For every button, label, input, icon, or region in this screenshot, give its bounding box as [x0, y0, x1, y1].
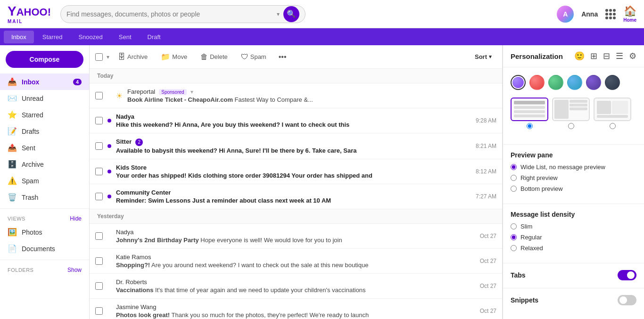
email-checkbox[interactable] [95, 92, 103, 99]
unread-dot [107, 234, 111, 238]
apps-icon[interactable] [605, 9, 616, 19]
email-row[interactable]: Community Center Reminder: Swim Lessons … [90, 184, 502, 209]
sidebar-item-inbox[interactable]: 📥 Inbox 4 [0, 74, 89, 90]
tabs-toggle[interactable] [618, 270, 636, 280]
layout-icon[interactable]: ⊟ [603, 51, 610, 61]
emoji-icon[interactable]: 🙂 [574, 51, 585, 61]
preview-pane-section: Preview pane Wide List, no message previ… [503, 144, 644, 204]
email-checkbox[interactable] [95, 193, 103, 200]
search-button[interactable]: 🔍 [283, 6, 299, 22]
sidebar-item-label-sent: Sent [22, 144, 35, 152]
archive-button[interactable]: 🗄 Archive [113, 50, 152, 64]
unread-dot [107, 119, 111, 123]
sponsored-close-icon[interactable]: ▾ [190, 89, 193, 95]
color-swatch-dark[interactable] [605, 75, 620, 90]
tab-snoozed[interactable]: Snoozed [71, 31, 110, 43]
layout-radio-3[interactable] [610, 123, 616, 129]
color-swatch-teal[interactable] [567, 75, 582, 90]
preview-option-bottom[interactable]: Bottom preview [511, 185, 636, 192]
sidebar-item-trash[interactable]: 🗑️ Trash [0, 189, 89, 205]
folders-header: Folders Show [0, 263, 89, 275]
sort-button[interactable]: Sort ▾ [470, 51, 496, 63]
color-swatch-dark-purple[interactable] [586, 75, 601, 90]
email-row[interactable]: Katie Ramos Shopping?! Are you around ne… [90, 249, 502, 274]
settings-icon[interactable]: ⚙ [629, 51, 636, 61]
density-label-slim: Slim [520, 223, 532, 230]
documents-icon: 📄 [8, 244, 17, 253]
email-checkbox[interactable] [95, 282, 103, 290]
density-radio-slim[interactable] [511, 223, 517, 229]
list-icon[interactable]: ☰ [616, 51, 623, 61]
avatar: A [557, 6, 574, 23]
sidebar-item-photos[interactable]: 🖼️ Photos [0, 224, 89, 240]
snippets-toggle[interactable] [618, 295, 636, 305]
email-row[interactable]: ☀ Fareportal Sponsored ▾ Book Airline Ti… [90, 83, 502, 108]
archive-icon: 🗄️ [8, 160, 17, 169]
views-header: Views Hide [0, 212, 89, 224]
preview-option-right[interactable]: Right preview [511, 174, 636, 181]
tab-sent[interactable]: Sent [111, 31, 139, 43]
color-swatch-purple[interactable] [511, 75, 526, 90]
sidebar-item-drafts[interactable]: 📝 Drafts [0, 123, 89, 139]
email-time: Oct 27 [480, 308, 496, 314]
compose-button[interactable]: Compose [6, 51, 83, 68]
density-radio-regular[interactable] [511, 234, 517, 240]
email-row[interactable]: Kids Store Your order has shipped! Kids … [90, 159, 502, 184]
more-actions-button[interactable]: ••• [275, 50, 290, 64]
sidebar-item-documents[interactable]: 📄 Documents [0, 240, 89, 257]
sidebar-item-unread[interactable]: ✉️ Unread [0, 90, 89, 106]
spam-button[interactable]: 🛡 Spam [236, 50, 271, 64]
density-option-relaxed[interactable]: Relaxed [511, 245, 636, 252]
folders-show-button[interactable]: Show [67, 267, 82, 273]
sidebar-item-archive[interactable]: 🗄️ Archive [0, 156, 89, 172]
tab-drafts[interactable]: Draft [140, 31, 168, 43]
email-time: Oct 27 [480, 283, 496, 289]
email-checkbox[interactable] [95, 168, 103, 175]
delete-button[interactable]: 🗑 Delete [196, 50, 232, 64]
yesterday-group-label: Yesterday [90, 209, 502, 224]
preview-radio-wide[interactable] [511, 164, 517, 170]
grid-icon[interactable]: ⊞ [590, 51, 597, 61]
sidebar-item-label-starred: Starred [22, 111, 43, 119]
email-checkbox[interactable] [95, 142, 103, 150]
today-group-label: Today [90, 69, 502, 83]
layout-option-1[interactable] [511, 98, 548, 121]
email-checkbox[interactable] [95, 307, 103, 315]
layout-option-2[interactable] [552, 98, 590, 121]
email-checkbox[interactable] [95, 257, 103, 265]
layout-radio-2[interactable] [568, 123, 574, 129]
layout-option-3[interactable] [594, 98, 631, 121]
density-option-slim[interactable]: Slim [511, 223, 636, 230]
select-dropdown-icon[interactable]: ▾ [107, 54, 109, 60]
sidebar-item-spam[interactable]: ⚠️ Spam [0, 172, 89, 189]
move-button[interactable]: 📁 Move [156, 50, 192, 64]
preview-radio-right[interactable] [511, 175, 517, 181]
density-option-regular[interactable]: Regular [511, 234, 636, 241]
tab-starred[interactable]: Starred [35, 31, 70, 43]
email-row[interactable]: Sitter 2 Available to babysit this weeke… [90, 133, 502, 159]
density-radio-relaxed[interactable] [511, 245, 517, 251]
views-nav: 🖼️ Photos 📄 Documents [0, 224, 89, 257]
sidebar-item-starred[interactable]: ⭐ Starred [0, 106, 89, 123]
color-swatch-green[interactable] [548, 75, 563, 90]
email-content: Fareportal Sponsored ▾ Book Airline Tick… [127, 88, 496, 103]
email-checkbox[interactable] [95, 232, 103, 240]
email-row[interactable]: Nadya Hike this weekend? Hi Anna, Are yo… [90, 108, 502, 133]
layout-radio-1[interactable] [527, 123, 533, 129]
email-row[interactable]: Jasmine Wang Photos look great! Thank yo… [90, 299, 502, 319]
email-toolbar: ▾ 🗄 Archive 📁 Move 🗑 Delete 🛡 Spam ••• S… [90, 45, 502, 69]
email-row[interactable]: Dr. Roberts Vaccinations It's that time … [90, 274, 502, 299]
search-input[interactable] [66, 10, 277, 18]
preview-option-wide[interactable]: Wide List, no message preview [511, 164, 636, 171]
email-row[interactable]: Nadya Johnny's 2nd Birthday Party Hope e… [90, 224, 502, 249]
color-swatch-red[interactable] [529, 75, 545, 90]
home-button[interactable]: 🏠 Home [623, 5, 636, 23]
tab-inbox[interactable]: Inbox [4, 31, 34, 43]
sidebar-item-sent[interactable]: 📤 Sent [0, 139, 89, 156]
preview-radio-bottom[interactable] [511, 186, 517, 192]
select-all-checkbox[interactable] [95, 53, 103, 61]
views-hide-button[interactable]: Hide [70, 215, 82, 222]
sent-icon: 📤 [8, 143, 17, 152]
delete-label: Delete [210, 53, 228, 60]
email-checkbox[interactable] [95, 117, 103, 124]
